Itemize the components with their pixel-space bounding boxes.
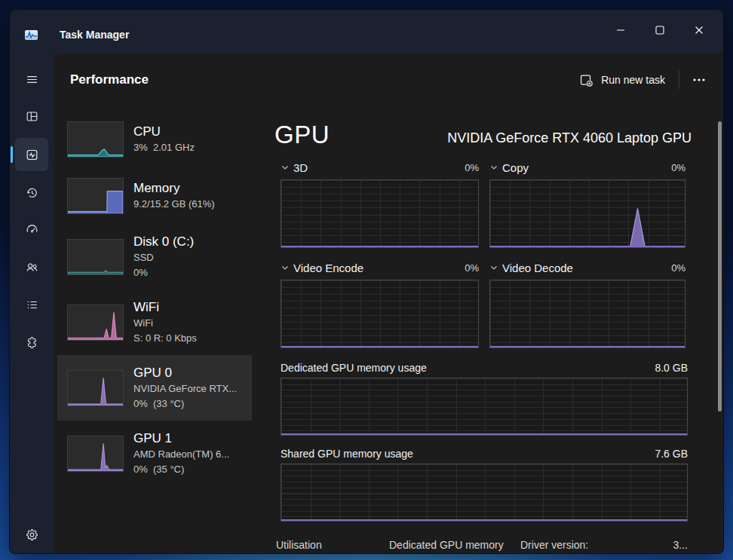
- cpu-sparkline: [67, 121, 124, 158]
- engine-video-encode-chart: [281, 280, 479, 348]
- engine-video-decode-chart: [489, 280, 685, 348]
- footer-dedicated-memory-label: Dedicated GPU memory: [389, 539, 520, 551]
- shared-memory-label: Shared GPU memory usage: [281, 448, 413, 460]
- gpu-heading: GPU: [274, 118, 330, 151]
- titlebar: Task Manager: [10, 10, 723, 54]
- engine-video-encode-label: Video Encode: [293, 262, 363, 274]
- gpu0-stats: 0% (33 °C): [133, 396, 237, 412]
- chevron-down-icon[interactable]: [489, 263, 498, 272]
- vertical-scrollbar[interactable]: [718, 121, 722, 412]
- footer-driver-version-label: Driver version:: [520, 539, 673, 551]
- chevron-down-icon[interactable]: [281, 163, 290, 172]
- chevron-down-icon[interactable]: [489, 163, 498, 172]
- memory-sparkline: [67, 178, 124, 214]
- main-header: Performance Run new task: [54, 54, 723, 106]
- run-new-task-button[interactable]: Run new task: [570, 67, 674, 93]
- gpu-detail-panel: GPU NVIDIA GeForce RTX 4060 Laptop GPU 3…: [274, 114, 692, 551]
- memory-stats: 9.2/15.2 GB (61%): [133, 197, 215, 212]
- task-manager-app-icon: [25, 30, 38, 40]
- selected-indicator-pill: [11, 146, 13, 163]
- window-title: Task Manager: [60, 29, 129, 41]
- header-divider: [679, 71, 679, 89]
- disk-type: SSD: [133, 250, 194, 265]
- app-history-icon[interactable]: [15, 176, 48, 209]
- menu-icon[interactable]: [15, 63, 48, 96]
- engine-3d-value: 0%: [465, 162, 479, 173]
- list-item-gpu0[interactable]: GPU 0 NVIDIA GeForce RTX... 0% (33 °C): [57, 355, 252, 421]
- settings-icon[interactable]: [15, 518, 48, 551]
- list-item-gpu1[interactable]: GPU 1 AMD Radeon(TM) 6... 0% (35 °C): [57, 421, 252, 486]
- processes-icon[interactable]: [15, 99, 48, 133]
- list-item-wifi[interactable]: WiFi WiFi S: 0 R: 0 Kbps: [57, 289, 252, 355]
- gpu1-sparkline: [67, 436, 124, 472]
- disk-stats: 0%: [133, 265, 194, 280]
- wifi-stats: S: 0 R: 0 Kbps: [133, 331, 197, 346]
- wifi-title: WiFi: [133, 299, 197, 316]
- close-button[interactable]: [679, 14, 719, 46]
- engine-copy-label: Copy: [502, 161, 529, 174]
- gpu1-title: GPU 1: [133, 430, 229, 447]
- chevron-down-icon[interactable]: [281, 263, 290, 272]
- disk-title: Disk 0 (C:): [133, 234, 194, 250]
- nav-rail: [10, 54, 54, 553]
- wifi-sparkline: [67, 304, 124, 341]
- shared-memory-capacity: 7.6 GB: [655, 448, 688, 460]
- run-new-task-icon: [579, 73, 593, 87]
- engine-video-decode-label: Video Decode: [502, 262, 573, 274]
- more-options-button[interactable]: [684, 67, 714, 93]
- memory-title: Memory: [133, 180, 215, 197]
- engine-video-encode-value: 0%: [465, 262, 479, 274]
- page-title: Performance: [70, 72, 149, 87]
- gpu1-name: AMD Radeon(TM) 6...: [133, 447, 229, 462]
- list-item-memory[interactable]: Memory 9.2/15.2 GB (61%): [57, 167, 252, 224]
- cpu-stats: 3% 2.01 GHz: [133, 140, 195, 155]
- dedicated-memory-chart: [281, 378, 688, 436]
- engine-3d-label: 3D: [293, 161, 308, 174]
- performance-sidebar-list: CPU 3% 2.01 GHz Memory 9.2/15.2 GB (61%): [57, 111, 252, 486]
- footer-driver-version-value: 3...: [673, 539, 688, 551]
- disk-sparkline: [67, 239, 124, 275]
- performance-icon[interactable]: [15, 138, 48, 171]
- services-icon[interactable]: [15, 326, 48, 360]
- minimize-button[interactable]: [601, 14, 640, 46]
- users-icon[interactable]: [15, 250, 48, 283]
- run-new-task-label: Run new task: [601, 74, 665, 86]
- maximize-button[interactable]: [640, 14, 679, 46]
- engine-video-decode-value: 0%: [671, 262, 685, 274]
- list-item-disk0[interactable]: Disk 0 (C:) SSD 0%: [57, 224, 252, 289]
- gpu0-name: NVIDIA GeForce RTX...: [133, 381, 237, 396]
- dedicated-memory-label: Dedicated GPU memory usage: [281, 362, 427, 374]
- task-manager-window: Task Manager: [9, 9, 724, 554]
- footer-utilisation-label: Utilisation: [276, 539, 389, 551]
- engine-3d-chart: [281, 179, 479, 248]
- details-icon[interactable]: [15, 288, 48, 321]
- startup-apps-icon[interactable]: [15, 213, 48, 246]
- main-panel: Performance Run new task: [54, 54, 723, 553]
- cpu-title: CPU: [133, 124, 195, 140]
- wifi-name: WiFi: [133, 316, 197, 331]
- list-item-cpu[interactable]: CPU 3% 2.01 GHz: [57, 111, 252, 167]
- gpu0-title: GPU 0: [133, 365, 237, 381]
- shared-memory-chart: [281, 464, 688, 522]
- engine-copy-value: 0%: [671, 162, 685, 173]
- dedicated-memory-capacity: 8.0 GB: [655, 362, 688, 374]
- engine-copy-chart: [489, 179, 685, 248]
- gpu1-stats: 0% (35 °C): [133, 462, 229, 477]
- gpu0-sparkline: [67, 370, 124, 406]
- gpu-device-name: NVIDIA GeForce RTX 4060 Laptop GPU: [447, 130, 692, 151]
